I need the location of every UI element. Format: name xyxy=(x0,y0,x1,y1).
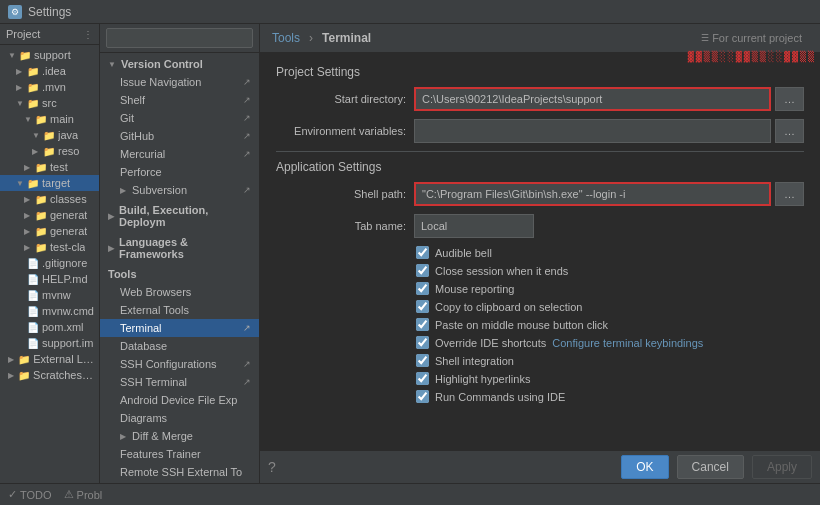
tree-item-classes[interactable]: ▶ 📁 classes xyxy=(0,191,99,207)
cb-mouse-reporting[interactable] xyxy=(416,282,429,295)
settings-item-diagrams[interactable]: Diagrams xyxy=(100,409,259,427)
tree-item-pomxml[interactable]: 📄 pom.xml xyxy=(0,319,99,335)
tree-item-gitignore[interactable]: 📄 .gitignore xyxy=(0,255,99,271)
settings-group-tools[interactable]: Tools xyxy=(100,263,259,283)
settings-item-subversion[interactable]: ▶ Subversion ↗ xyxy=(100,181,259,199)
settings-group-build[interactable]: ▶ Build, Execution, Deploym xyxy=(100,199,259,231)
item-label: Android Device File Exp xyxy=(120,394,237,406)
tree-item-support[interactable]: ▼ 📁 support xyxy=(0,47,99,63)
cb-copy-clipboard[interactable] xyxy=(416,300,429,313)
tree-item-generat2[interactable]: ▶ 📁 generat xyxy=(0,223,99,239)
tree-item-mvn[interactable]: ▶ 📁 .mvn xyxy=(0,79,99,95)
settings-item-database[interactable]: Database xyxy=(100,337,259,355)
cb-run-commands[interactable] xyxy=(416,390,429,403)
shell-path-browse-btn[interactable]: … xyxy=(775,182,804,206)
tree-item-scratches[interactable]: ▶ 📁 Scratches and xyxy=(0,367,99,383)
start-directory-input[interactable] xyxy=(414,87,771,111)
settings-item-remote-ssh[interactable]: Remote SSH External To xyxy=(100,463,259,481)
folder-icon: 📁 xyxy=(35,242,47,253)
status-item-todo[interactable]: ✓ TODO xyxy=(8,488,52,501)
for-project-button[interactable]: ☰ For current project xyxy=(695,30,808,46)
item-icon: ↗ xyxy=(243,113,251,123)
tree-arrow: ▶ xyxy=(8,355,15,364)
settings-item-features-trainer[interactable]: Features Trainer xyxy=(100,445,259,463)
tree-label-testcla: test-cla xyxy=(50,241,85,253)
tree-arrow: ▶ xyxy=(24,195,32,204)
item-label: SSH Terminal xyxy=(120,376,187,388)
cb-shell-integration[interactable] xyxy=(416,354,429,367)
settings-item-android[interactable]: Android Device File Exp xyxy=(100,391,259,409)
item-icon: ↗ xyxy=(243,95,251,105)
status-item-problems[interactable]: ⚠ Probl xyxy=(64,488,103,501)
env-variables-input[interactable] xyxy=(414,119,771,143)
cb-label-copy-clipboard: Copy to clipboard on selection xyxy=(435,301,582,313)
file-icon: 📄 xyxy=(27,322,39,333)
item-label: Subversion xyxy=(132,184,187,196)
apply-button[interactable]: Apply xyxy=(752,455,812,479)
tree-item-mvnw[interactable]: 📄 mvnw xyxy=(0,287,99,303)
expand-icon: ▶ xyxy=(108,212,114,221)
settings-search-input[interactable] xyxy=(106,28,253,48)
tree-item-src[interactable]: ▼ 📁 src xyxy=(0,95,99,111)
breadcrumb-tools[interactable]: Tools xyxy=(272,31,300,45)
item-icon: ↗ xyxy=(243,77,251,87)
cb-label-override-ide: Override IDE shortcuts xyxy=(435,337,546,349)
checkbox-close-session: Close session when it ends xyxy=(276,264,804,277)
content-body: ▓▓▒▒░░▓▓▒▒░░▓▓▒▒ Project Settings Start … xyxy=(260,53,820,450)
cb-paste-middle[interactable] xyxy=(416,318,429,331)
cb-close-session[interactable] xyxy=(416,264,429,277)
settings-item-mercurial[interactable]: Mercurial ↗ xyxy=(100,145,259,163)
settings-item-issue-navigation[interactable]: Issue Navigation ↗ xyxy=(100,73,259,91)
settings-item-external-tools[interactable]: External Tools xyxy=(100,301,259,319)
settings-item-web-browsers[interactable]: Web Browsers xyxy=(100,283,259,301)
help-icon[interactable]: ? xyxy=(268,459,276,475)
env-variables-browse-btn[interactable]: … xyxy=(775,119,804,143)
item-label: Issue Navigation xyxy=(120,76,201,88)
ok-button[interactable]: OK xyxy=(621,455,668,479)
item-label: Git xyxy=(120,112,134,124)
settings-search-container xyxy=(100,24,259,53)
settings-item-github[interactable]: GitHub ↗ xyxy=(100,127,259,145)
settings-group-languages[interactable]: ▶ Languages & Frameworks xyxy=(100,231,259,263)
shell-path-input[interactable] xyxy=(414,182,771,206)
settings-group-version-control[interactable]: ▼ Version Control xyxy=(100,53,259,73)
cancel-button[interactable]: Cancel xyxy=(677,455,744,479)
tab-name-label: Tab name: xyxy=(276,220,406,232)
env-variables-label: Environment variables: xyxy=(276,125,406,137)
tree-item-reso[interactable]: ▶ 📁 reso xyxy=(0,143,99,159)
settings-item-shelf[interactable]: Shelf ↗ xyxy=(100,91,259,109)
tree-item-external[interactable]: ▶ 📁 External Libra xyxy=(0,351,99,367)
cb-override-ide[interactable] xyxy=(416,336,429,349)
settings-item-terminal[interactable]: Terminal ↗ xyxy=(100,319,259,337)
start-directory-browse-btn[interactable]: … xyxy=(775,87,804,111)
folder-icon: 📁 xyxy=(18,354,30,365)
tree-item-helpmd[interactable]: 📄 HELP.md xyxy=(0,271,99,287)
project-header: Project ⋮ xyxy=(0,24,99,45)
settings-item-ssh-configurations[interactable]: SSH Configurations ↗ xyxy=(100,355,259,373)
cb-highlight-hyperlinks[interactable] xyxy=(416,372,429,385)
folder-icon: 📁 xyxy=(35,114,47,125)
settings-item-git[interactable]: Git ↗ xyxy=(100,109,259,127)
configure-keybindings-link[interactable]: Configure terminal keybindings xyxy=(552,337,703,349)
settings-item-perforce[interactable]: Perforce xyxy=(100,163,259,181)
tree-item-idea[interactable]: ▶ 📁 .idea xyxy=(0,63,99,79)
settings-item-diff-merge[interactable]: ▶ Diff & Merge xyxy=(100,427,259,445)
problems-label: Probl xyxy=(77,489,103,501)
tree-item-testcla[interactable]: ▶ 📁 test-cla xyxy=(0,239,99,255)
tree-item-supportim[interactable]: 📄 support.im xyxy=(0,335,99,351)
settings-item-ssh-terminal[interactable]: SSH Terminal ↗ xyxy=(100,373,259,391)
project-header-icon[interactable]: ⋮ xyxy=(83,29,93,40)
folder-icon: 📁 xyxy=(43,146,55,157)
tree-item-mvnwcmd[interactable]: 📄 mvnw.cmd xyxy=(0,303,99,319)
tree-arrow: ▶ xyxy=(32,147,40,156)
todo-label: TODO xyxy=(20,489,52,501)
tree-item-main[interactable]: ▼ 📁 main xyxy=(0,111,99,127)
item-icon: ↗ xyxy=(243,323,251,333)
cb-audible-bell[interactable] xyxy=(416,246,429,259)
tree-item-test[interactable]: ▶ 📁 test xyxy=(0,159,99,175)
tree-item-generat1[interactable]: ▶ 📁 generat xyxy=(0,207,99,223)
tree-item-java[interactable]: ▼ 📁 java xyxy=(0,127,99,143)
cb-label-close-session: Close session when it ends xyxy=(435,265,568,277)
tab-name-input[interactable] xyxy=(414,214,534,238)
tree-item-target[interactable]: ▼ 📁 target xyxy=(0,175,99,191)
